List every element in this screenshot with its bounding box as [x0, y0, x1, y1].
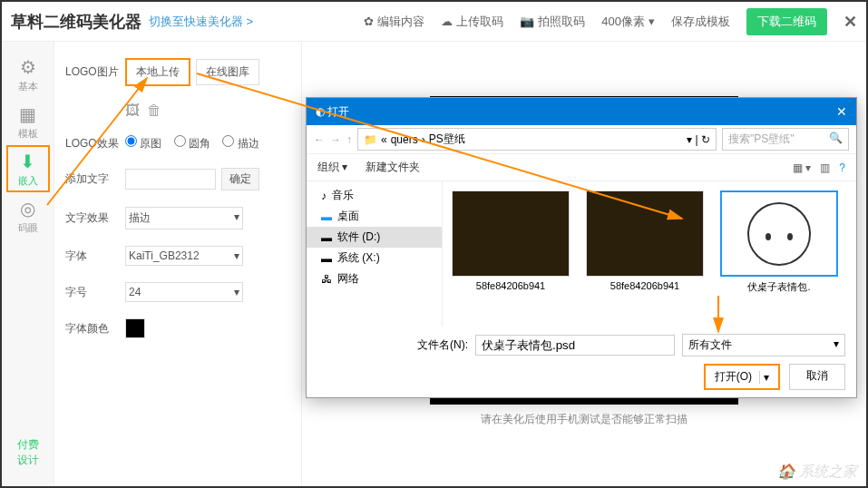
filename-label: 文件名(N): [417, 337, 468, 353]
new-folder-button[interactable]: 新建文件夹 [366, 160, 420, 175]
switch-mode-link[interactable]: 切换至快速美化器 > [149, 14, 253, 30]
chevron-down-icon: ▾ [234, 286, 239, 298]
chevron-down-icon: ▾ [834, 337, 839, 353]
text-effect-label: 文字效果 [65, 210, 125, 226]
open-button[interactable]: 打开(O)▾ [704, 364, 780, 390]
watermark: 🏠 系统之家 [777, 463, 857, 482]
sidebar-item-template[interactable]: ▦模板 [6, 98, 50, 145]
file-open-dialog: ◐ 打开 ✕ ← → ↑ 📁 « quers › PS壁纸 ▾ | ↻ 搜索"P… [306, 97, 857, 398]
drive-icon: ▬ [321, 231, 332, 244]
folder-icon: 📁 [364, 133, 377, 146]
search-input[interactable]: 搜索"PS壁纸" 🔍 [722, 128, 849, 151]
dialog-toolbar: 组织 ▾ 新建文件夹 ▦ ▾ ▥ ? [307, 154, 856, 181]
sidebar-paid-design[interactable]: 付费设计 [17, 437, 39, 468]
online-library-tab[interactable]: 在线图库 [196, 59, 259, 85]
window-icon: ◐ [316, 105, 325, 118]
chevron-down-icon: ▾ [234, 210, 239, 226]
nav-forward-icon[interactable]: → [330, 133, 341, 146]
top-bar: 草料二维码美化器 切换至快速美化器 > ✿ 编辑内容 ☁ 上传取码 📷 拍照取码… [2, 2, 866, 42]
file-list: 58fe84206b941 58fe84206b941 伏桌子表情包. [443, 181, 856, 327]
download-button[interactable]: 下载二维码 [746, 8, 827, 35]
font-label: 字体 [65, 249, 125, 264]
logo-effect-label: LOGO效果 [65, 136, 125, 151]
top-tools: ✿ 编辑内容 ☁ 上传取码 📷 拍照取码 400像素 ▾ 保存成模板 下载二维码… [364, 8, 857, 35]
logo-effect-radios: 原图 圆角 描边 [125, 135, 268, 151]
edit-content-button[interactable]: ✿ 编辑内容 [364, 14, 424, 30]
side-drive-x[interactable]: ▬系统 (X:) [307, 248, 442, 268]
nav-back-icon[interactable]: ← [314, 133, 325, 146]
font-size-label: 字号 [65, 285, 125, 300]
file-item[interactable]: 58fe84206b941 [586, 190, 704, 317]
file-item[interactable]: 58fe84206b941 [452, 190, 570, 317]
help-icon[interactable]: ? [839, 161, 845, 174]
photo-decode-button[interactable]: 📷 拍照取码 [520, 14, 585, 30]
image-placeholder-icon[interactable]: 🖼 [125, 102, 140, 119]
sidebar: ⚙基本 ▦模板 ⬇嵌入 ◎码眼 付费设计 [2, 42, 54, 486]
radio-original[interactable]: 原图 [125, 137, 161, 150]
radio-rounded[interactable]: 圆角 [174, 137, 210, 150]
view-icon[interactable]: ▦ ▾ [793, 161, 811, 174]
download-circle-icon: ⬇ [20, 151, 35, 172]
target-icon: ◎ [20, 198, 35, 220]
dialog-footer: 文件名(N): 所有文件▾ 打开(O)▾ 取消 [307, 327, 856, 397]
font-color-swatch[interactable] [125, 318, 145, 338]
open-dropdown-icon[interactable]: ▾ [759, 371, 769, 384]
dialog-nav: ← → ↑ 📁 « quers › PS壁纸 ▾ | ↻ 搜索"PS壁纸" 🔍 [307, 125, 856, 154]
search-icon: 🔍 [829, 132, 843, 144]
logo-image-label: LOGO图片 [65, 64, 125, 80]
font-color-label: 字体颜色 [65, 321, 125, 337]
add-text-input[interactable] [125, 169, 216, 190]
filetype-select[interactable]: 所有文件▾ [682, 334, 845, 356]
file-item-selected[interactable]: 伏桌子表情包. [720, 190, 838, 317]
desktop-icon: ▬ [321, 210, 332, 223]
side-network[interactable]: 🖧网络 [307, 268, 442, 289]
side-drive-d[interactable]: ▬软件 (D:) [307, 227, 442, 248]
gear-icon: ⚙ [20, 56, 36, 78]
filename-input[interactable] [475, 335, 675, 356]
close-icon[interactable]: ✕ [844, 12, 857, 32]
grid-icon: ▦ [19, 103, 36, 125]
sidebar-item-basic[interactable]: ⚙基本 [6, 51, 50, 98]
upload-decode-button[interactable]: ☁ 上传取码 [441, 14, 503, 30]
chevron-down-icon: ▾ [234, 249, 239, 262]
organize-button[interactable]: 组织 ▾ [317, 160, 347, 175]
size-select[interactable]: 400像素 ▾ [601, 14, 655, 30]
delete-icon[interactable]: 🗑 [147, 102, 161, 119]
sidebar-item-embed[interactable]: ⬇嵌入 [6, 145, 50, 192]
cancel-button[interactable]: 取消 [789, 364, 845, 390]
drive-icon: ▬ [321, 252, 332, 265]
confirm-button[interactable]: 确定 [221, 168, 259, 190]
side-desktop[interactable]: ▬桌面 [307, 206, 442, 227]
nav-up-icon[interactable]: ↑ [346, 133, 352, 146]
preview-pane-icon[interactable]: ▥ [820, 161, 830, 174]
add-text-label: 添加文字 [65, 171, 125, 187]
app-title: 草料二维码美化器 [11, 11, 141, 33]
side-music[interactable]: ♪音乐 [307, 185, 442, 206]
font-size-select[interactable]: 24▾ [125, 282, 243, 302]
sidebar-item-eye[interactable]: ◎码眼 [6, 192, 50, 239]
dialog-titlebar[interactable]: ◐ 打开 ✕ [307, 98, 856, 125]
dialog-sidebar: ♪音乐 ▬桌面 ▬软件 (D:) ▬系统 (X:) 🖧网络 [307, 181, 443, 327]
settings-panel: LOGO图片 本地上传 在线图库 🖼 🗑 LOGO效果 原图 圆角 描边 添加文… [54, 42, 301, 371]
breadcrumb[interactable]: 📁 « quers › PS壁纸 ▾ | ↻ [357, 128, 717, 151]
dialog-close-icon[interactable]: ✕ [836, 104, 847, 119]
network-icon: 🖧 [321, 273, 332, 286]
music-icon: ♪ [321, 190, 327, 202]
font-select[interactable]: KaiTi_GB2312▾ [125, 246, 243, 266]
save-template-button[interactable]: 保存成模板 [671, 14, 730, 30]
radio-stroke[interactable]: 描边 [222, 137, 258, 150]
text-effect-select[interactable]: 描边▾ [125, 207, 243, 229]
local-upload-tab[interactable]: 本地上传 [125, 58, 190, 86]
preview-hint: 请在美化后使用手机测试是否能够正常扫描 [481, 412, 688, 427]
